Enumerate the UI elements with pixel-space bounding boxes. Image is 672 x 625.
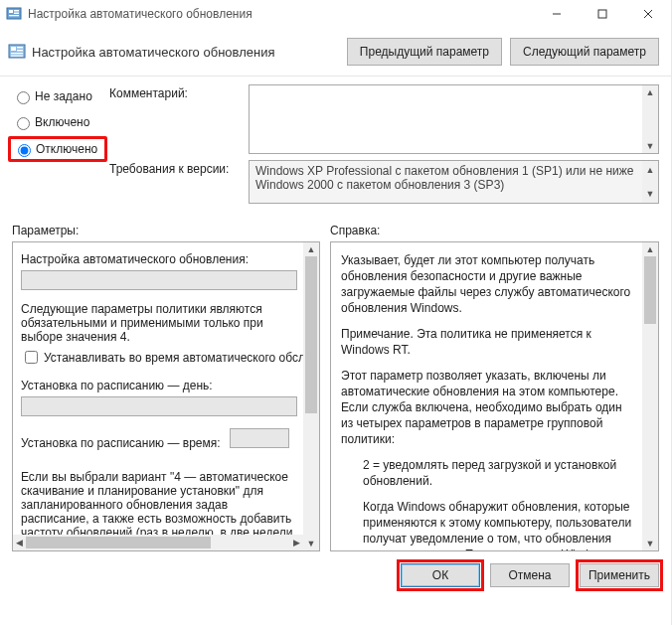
help-paragraph: Примечание. Эта политика не применяется …: [341, 326, 632, 358]
window-title: Настройка автоматического обновления: [28, 7, 534, 21]
svg-rect-14: [11, 56, 23, 57]
scroll-down-icon: ▼: [646, 141, 655, 151]
install-during-maintenance-input[interactable]: [25, 351, 38, 364]
scroll-up-icon: ▲: [646, 87, 655, 97]
scroll-up-icon: ▲: [307, 242, 316, 256]
svg-rect-10: [11, 47, 16, 51]
params-note: Следующие параметры политики являются об…: [21, 302, 297, 344]
help-option: 2 = уведомлять перед загрузкой и установ…: [341, 457, 632, 489]
help-v-scrollbar[interactable]: ▲ ▼: [642, 242, 658, 550]
scroll-down-icon: ▼: [307, 537, 316, 550]
svg-rect-4: [9, 15, 19, 16]
help-paragraph: Указывает, будет ли этот компьютер получ…: [341, 252, 632, 316]
schedule-time-label: Установка по расписанию — время:: [21, 436, 221, 450]
svg-rect-13: [11, 53, 23, 54]
comment-scrollbar[interactable]: ▲ ▼: [642, 85, 658, 153]
radio-label: Включено: [35, 115, 89, 129]
scroll-up-icon: ▲: [646, 242, 655, 256]
scroll-down-icon: ▼: [646, 187, 655, 201]
parameters-panel: Настройка автоматического обновления: Сл…: [12, 241, 320, 551]
cancel-button[interactable]: Отмена: [490, 563, 570, 587]
requirements-box: Windows XP Professional с пакетом обновл…: [249, 160, 659, 204]
dialog-buttons: ОК Отмена Применить: [0, 551, 671, 587]
radio-label: Не задано: [35, 89, 92, 103]
scroll-up-icon: ▲: [646, 163, 655, 177]
params-h-scrollbar[interactable]: ◀ ▶: [13, 535, 303, 550]
comment-label: Комментарий:: [109, 84, 249, 154]
ok-button[interactable]: ОК: [401, 563, 480, 587]
params-section-label: Параметры:: [12, 224, 330, 237]
policy-title: Настройка автоматического обновления: [32, 45, 339, 60]
state-radio-group: Не задано Включено Отключено: [12, 84, 101, 210]
titlebar: Настройка автоматического обновления: [0, 0, 671, 28]
config-update-label: Настройка автоматического обновления:: [21, 252, 297, 266]
apply-button[interactable]: Применить: [580, 563, 659, 587]
config-update-combobox[interactable]: [21, 270, 297, 290]
schedule-day-label: Установка по расписанию — день:: [21, 379, 297, 392]
group-policy-editor-window: Настройка автоматического обновления Нас…: [0, 0, 672, 625]
radio-enabled-input[interactable]: [17, 117, 30, 130]
svg-rect-11: [17, 47, 23, 49]
highlight-disabled: Отключено: [8, 136, 107, 162]
schedule-day-combobox[interactable]: [21, 396, 297, 416]
help-text: Указывает, будет ли этот компьютер получ…: [331, 242, 642, 550]
help-panel: Указывает, будет ли этот компьютер получ…: [330, 241, 659, 551]
close-button[interactable]: [625, 0, 671, 28]
requirements-text: Windows XP Professional с пакетом обновл…: [255, 164, 634, 192]
scroll-down-icon: ▼: [646, 537, 655, 550]
radio-disabled-input[interactable]: [18, 144, 31, 157]
help-option-desc: Когда Windows обнаружит обновления, кото…: [341, 499, 632, 550]
svg-rect-2: [14, 10, 19, 12]
minimize-button[interactable]: [534, 0, 580, 28]
install-during-maintenance-checkbox[interactable]: Устанавливать во время автоматического о…: [21, 348, 297, 367]
radio-not-configured[interactable]: Не задано: [12, 88, 101, 104]
next-setting-button[interactable]: Следующий параметр: [510, 38, 659, 66]
requirements-scrollbar[interactable]: ▲ ▼: [642, 161, 658, 203]
params-tail-text: Если вы выбрали вариант "4 — автоматичес…: [21, 470, 297, 535]
schedule-time-combobox[interactable]: [230, 428, 289, 448]
help-paragraph: Этот параметр позволяет указать, включен…: [341, 368, 632, 447]
checkbox-label: Устанавливать во время автоматического о…: [44, 351, 303, 365]
scroll-left-icon: ◀: [13, 538, 26, 547]
maximize-button[interactable]: [580, 0, 625, 28]
svg-rect-1: [9, 10, 13, 13]
params-v-scrollbar[interactable]: ▲ ▼: [303, 242, 319, 550]
help-section-label: Справка:: [330, 224, 380, 237]
requirements-label: Требования к версии:: [109, 160, 249, 204]
svg-rect-6: [598, 10, 606, 18]
svg-rect-3: [14, 13, 19, 15]
radio-enabled[interactable]: Включено: [12, 114, 101, 130]
svg-rect-12: [17, 50, 23, 52]
radio-not-configured-input[interactable]: [17, 91, 30, 104]
radio-label: Отключено: [36, 142, 97, 156]
previous-setting-button[interactable]: Предыдущий параметр: [347, 38, 502, 66]
divider: [0, 76, 671, 77]
scroll-right-icon: ▶: [290, 538, 303, 547]
policy-icon: [8, 43, 26, 61]
app-icon: [6, 6, 22, 22]
radio-disabled[interactable]: Отключено: [13, 141, 100, 157]
header-row: Настройка автоматического обновления Пре…: [0, 28, 671, 66]
comment-textarea[interactable]: ▲ ▼: [249, 84, 659, 154]
